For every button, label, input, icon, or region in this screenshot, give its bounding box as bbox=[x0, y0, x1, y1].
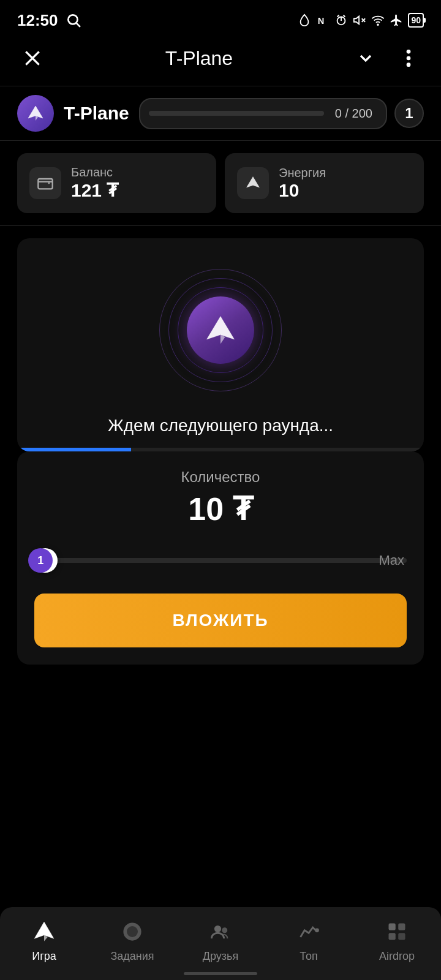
app-logo bbox=[17, 95, 54, 132]
nav-title: T-Plane bbox=[165, 47, 233, 70]
tasks-nav-icon bbox=[118, 917, 147, 946]
game-card: Ждем следующего раунда... bbox=[17, 238, 424, 451]
bottom-spacer bbox=[0, 677, 441, 756]
progress-text: 0 / 200 bbox=[330, 105, 377, 122]
mute-icon bbox=[353, 13, 366, 27]
game-divider bbox=[0, 225, 441, 226]
svg-point-12 bbox=[407, 50, 411, 54]
energy-card: Энергия 10 bbox=[225, 153, 424, 213]
svg-point-27 bbox=[315, 928, 319, 932]
progress-track bbox=[149, 111, 324, 116]
airdrop-nav-icon bbox=[382, 917, 412, 946]
nav-right-actions bbox=[350, 43, 424, 74]
nfc-icon: N bbox=[316, 13, 330, 27]
airplane-mode-icon bbox=[390, 13, 403, 27]
more-options-button[interactable] bbox=[393, 43, 424, 74]
wifi-icon bbox=[371, 13, 385, 27]
nav-label-airdrop: Airdrop bbox=[379, 950, 415, 963]
svg-marker-18 bbox=[247, 177, 260, 188]
bet-label: Количество bbox=[34, 469, 407, 486]
slider-track bbox=[34, 558, 407, 563]
nav-item-tasks[interactable]: Задания bbox=[102, 917, 163, 963]
game-visual bbox=[17, 238, 424, 416]
bet-value: 10 ₮ bbox=[34, 491, 407, 527]
wallet-icon bbox=[29, 167, 61, 199]
drop-icon bbox=[298, 13, 311, 27]
search-icon bbox=[66, 12, 81, 28]
svg-point-0 bbox=[68, 15, 77, 24]
svg-line-6 bbox=[344, 15, 345, 17]
game-status-text: Ждем следующего раунда... bbox=[17, 416, 424, 448]
svg-point-14 bbox=[407, 62, 411, 67]
status-time: 12:50 bbox=[17, 11, 58, 30]
energy-info: Энергия 10 bbox=[279, 166, 326, 201]
balance-label: Баланс bbox=[71, 165, 118, 179]
bet-slider[interactable]: 1 Max bbox=[34, 542, 407, 579]
stats-row: Баланс 121 ₮ Энергия 10 bbox=[0, 141, 441, 225]
app-header: T-Plane 0 / 200 1 bbox=[0, 86, 441, 140]
close-button[interactable] bbox=[17, 43, 48, 74]
friends-nav-icon bbox=[206, 917, 235, 946]
svg-point-9 bbox=[378, 24, 379, 25]
balance-value: 121 ₮ bbox=[71, 179, 118, 201]
nav-item-friends[interactable]: Друзья bbox=[190, 917, 251, 963]
slider-min-badge: 1 bbox=[28, 548, 53, 573]
orbit-rings bbox=[159, 269, 282, 391]
svg-line-5 bbox=[337, 15, 339, 17]
bottom-nav: Игра Задания Друзья bbox=[0, 907, 441, 980]
top-nav-icon bbox=[294, 917, 323, 946]
game-card-wrapper: Ждем следующего раунда... bbox=[17, 238, 424, 451]
nav-label-friends: Друзья bbox=[203, 950, 238, 963]
nav-label-tasks: Задания bbox=[110, 950, 154, 963]
app-name-label: T-Plane bbox=[64, 103, 129, 124]
home-indicator bbox=[184, 972, 257, 975]
svg-point-26 bbox=[222, 927, 227, 933]
svg-text:N: N bbox=[318, 16, 325, 26]
nav-label-top: Топ bbox=[300, 950, 317, 963]
status-icons: N 90 bbox=[298, 13, 424, 28]
svg-line-1 bbox=[76, 23, 80, 27]
progress-area: 0 / 200 1 bbox=[139, 98, 424, 129]
center-logo bbox=[187, 296, 254, 364]
energy-value: 10 bbox=[279, 180, 326, 201]
svg-rect-30 bbox=[389, 933, 396, 940]
nav-item-airdrop[interactable]: Airdrop bbox=[366, 917, 428, 963]
invest-button[interactable]: ВЛОЖИТЬ bbox=[34, 594, 407, 647]
balance-info: Баланс 121 ₮ bbox=[71, 165, 118, 201]
nav-item-game[interactable]: Игра bbox=[13, 917, 75, 963]
energy-icon bbox=[237, 167, 269, 199]
nav-item-top[interactable]: Топ bbox=[278, 917, 339, 963]
chevron-down-button[interactable] bbox=[350, 43, 381, 74]
svg-rect-17 bbox=[38, 179, 52, 189]
slider-max-label: Max bbox=[379, 552, 407, 568]
svg-rect-29 bbox=[398, 924, 405, 930]
game-nav-icon bbox=[29, 917, 59, 946]
balance-card: Баланс 121 ₮ bbox=[17, 153, 216, 213]
status-bar: 12:50 N bbox=[0, 0, 441, 37]
energy-label: Энергия bbox=[279, 166, 326, 180]
level-badge: 1 bbox=[394, 99, 424, 128]
svg-point-25 bbox=[214, 925, 221, 932]
svg-point-13 bbox=[407, 56, 411, 61]
top-nav-bar: T-Plane bbox=[0, 37, 441, 86]
battery-indicator: 90 bbox=[408, 13, 424, 28]
svg-rect-28 bbox=[389, 924, 396, 930]
svg-rect-31 bbox=[398, 933, 405, 940]
nav-label-game: Игра bbox=[32, 950, 56, 963]
bet-card: Количество 10 ₮ 1 Max ВЛОЖИТЬ bbox=[17, 451, 424, 665]
svg-point-24 bbox=[127, 926, 138, 937]
alarm-icon bbox=[334, 13, 348, 27]
